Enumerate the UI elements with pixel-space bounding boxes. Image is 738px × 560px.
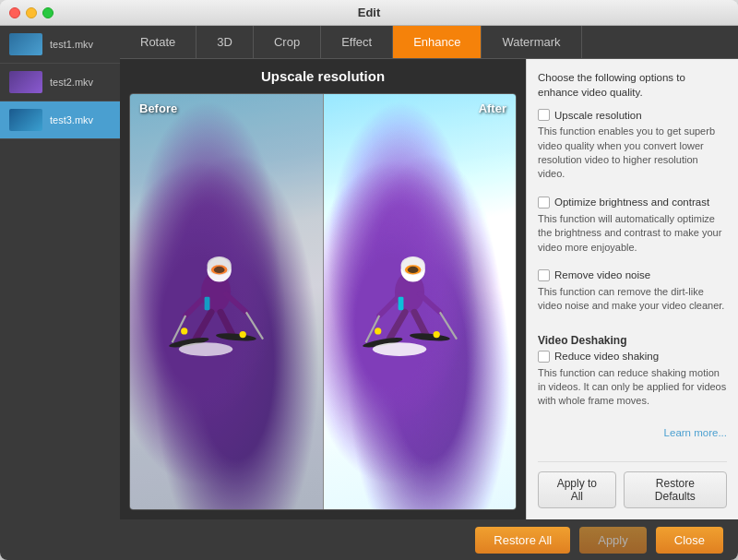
svg-point-21 (408, 266, 419, 272)
shaking-label: Reduce video shaking (554, 351, 659, 362)
before-panel: Before (130, 94, 324, 509)
noise-option-group: Remove video noise This function can rem… (538, 269, 727, 321)
brightness-checkbox-row: Optimize brightness and contrast (538, 197, 727, 209)
after-skier-figure (352, 157, 487, 447)
tab-crop[interactable]: Crop (254, 26, 321, 58)
svg-point-4 (214, 266, 225, 272)
close-window-button[interactable] (9, 7, 20, 18)
sidebar-item-test2[interactable]: test2.mkv (0, 64, 120, 101)
bottom-bar: Restore All Apply Close (120, 519, 738, 560)
upscale-checkbox[interactable] (538, 109, 550, 121)
noise-label: Remove video noise (554, 269, 650, 280)
svg-point-29 (410, 331, 450, 341)
right-body: Rotate 3D Crop Effect Enhance Watermark … (120, 26, 738, 560)
before-skier-figure (159, 157, 293, 447)
tab-watermark[interactable]: Watermark (482, 26, 581, 58)
brightness-label: Optimize brightness and contrast (554, 197, 709, 208)
upscale-option-group: Upscale resolution This function enables… (538, 109, 727, 189)
sidebar-thumbnail-3 (9, 109, 42, 131)
apply-to-all-button[interactable]: Apply to All (538, 471, 616, 508)
options-action-buttons: Apply to All Restore Defaults (538, 461, 727, 508)
svg-line-6 (226, 293, 246, 312)
tab-enhance[interactable]: Enhance (393, 26, 482, 58)
svg-line-9 (196, 312, 211, 339)
sidebar-item-test1[interactable]: test1.mkv (0, 26, 120, 64)
svg-point-30 (375, 328, 381, 334)
shaking-checkbox-row: Reduce video shaking (538, 351, 727, 363)
svg-rect-33 (398, 296, 403, 310)
shaking-checkbox[interactable] (538, 351, 550, 363)
sidebar-label-1: test1.mkv (50, 39, 93, 50)
svg-point-32 (373, 342, 426, 356)
minimize-window-button[interactable] (26, 7, 37, 18)
apply-button[interactable]: Apply (579, 527, 647, 554)
sidebar: test1.mkv test2.mkv test3.mkv (0, 26, 120, 560)
shaking-desc: This function can reduce shaking motion … (538, 366, 727, 409)
svg-line-27 (414, 312, 426, 336)
svg-line-5 (185, 295, 206, 316)
close-button[interactable]: Close (656, 527, 723, 554)
tabs-bar: Rotate 3D Crop Effect Enhance Watermark (120, 26, 738, 59)
sidebar-thumbnail-1 (9, 33, 42, 55)
tab-effect[interactable]: Effect (321, 26, 393, 58)
noise-checkbox-row: Remove video noise (538, 269, 727, 281)
window-title: Edit (358, 6, 381, 19)
sidebar-label-2: test2.mkv (50, 77, 93, 88)
title-bar: Edit (0, 0, 738, 26)
svg-point-13 (181, 328, 187, 334)
brightness-desc: This function will automatically optimiz… (538, 212, 727, 255)
learn-more-link[interactable]: Learn more... (538, 427, 727, 438)
upscale-desc: This function enables you to get superb … (538, 125, 727, 182)
main-body: test1.mkv test2.mkv test3.mkv Rotate 3D … (0, 26, 738, 560)
preview-area: Upscale resolution (120, 59, 526, 519)
svg-line-22 (379, 295, 399, 316)
restore-defaults-button[interactable]: Restore Defaults (624, 471, 727, 508)
deshaking-heading: Video Deshaking (538, 334, 727, 347)
upscale-label: Upscale resolution (554, 110, 642, 121)
sidebar-thumbnail-2 (9, 71, 42, 93)
svg-line-8 (246, 312, 263, 339)
sidebar-item-test3[interactable]: test3.mkv (0, 101, 120, 139)
traffic-lights (9, 7, 54, 18)
brightness-checkbox[interactable] (538, 197, 550, 209)
svg-point-31 (433, 330, 439, 337)
video-and-options: Upscale resolution (120, 59, 738, 519)
svg-line-23 (420, 293, 440, 312)
after-panel: After (324, 94, 517, 509)
brightness-option-group: Optimize brightness and contrast This fu… (538, 197, 727, 262)
svg-line-10 (220, 312, 232, 336)
noise-desc: This function can remove the dirt-like v… (538, 285, 727, 314)
svg-point-14 (240, 330, 246, 337)
options-panel: Choose the following options to enhance … (526, 59, 738, 519)
svg-line-25 (440, 312, 457, 339)
before-after-container: Before (129, 93, 517, 510)
upscale-checkbox-row: Upscale resolution (538, 109, 727, 121)
restore-all-button[interactable]: Restore All (475, 527, 570, 554)
tab-3d[interactable]: 3D (196, 26, 254, 58)
before-label: Before (139, 101, 177, 115)
maximize-window-button[interactable] (42, 7, 54, 18)
svg-rect-16 (205, 296, 210, 310)
svg-line-26 (389, 312, 405, 339)
options-intro: Choose the following options to enhance … (538, 70, 727, 100)
noise-checkbox[interactable] (538, 269, 550, 281)
svg-point-15 (179, 342, 232, 356)
sidebar-label-3: test3.mkv (50, 114, 93, 125)
after-label: After (479, 101, 506, 115)
tab-rotate[interactable]: Rotate (120, 26, 196, 58)
preview-title: Upscale resolution (261, 68, 385, 84)
shaking-option-group: Reduce video shaking This function can r… (538, 351, 727, 416)
svg-point-12 (216, 331, 256, 341)
